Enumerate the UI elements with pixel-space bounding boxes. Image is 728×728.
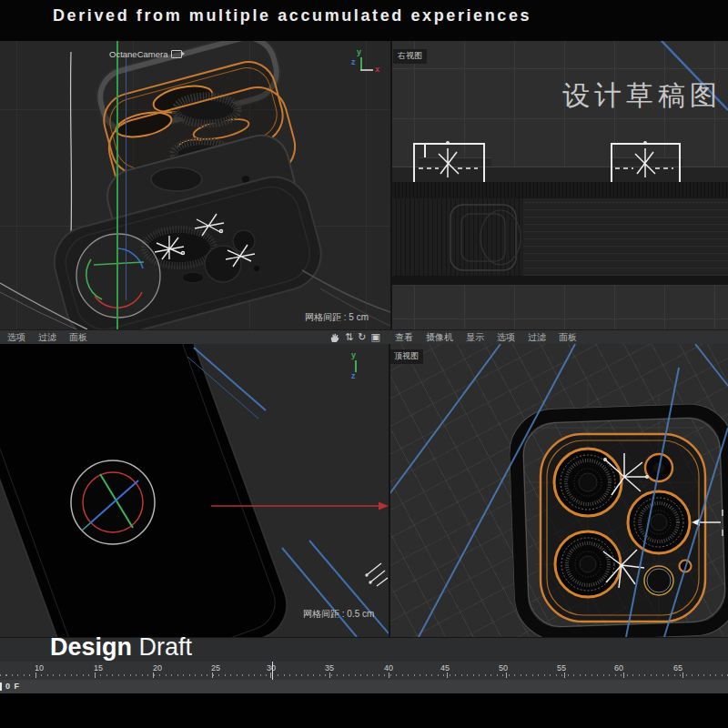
camera-lens[interactable] [555, 531, 621, 597]
viewport-divider[interactable] [389, 344, 390, 637]
grid-spacing-label: 网格间距 : 0.5 cm [303, 608, 374, 621]
menu-item[interactable]: 摄像机 [426, 331, 453, 344]
menu-item[interactable]: 显示 [466, 331, 484, 344]
z-axis-guide-line [126, 55, 126, 300]
right-viewport-menu: 查看 摄像机 显示 选项 过滤 面板 [395, 331, 577, 344]
ruler-tick-label: 15 [89, 663, 107, 672]
menu-item[interactable]: 面板 [69, 331, 87, 344]
menu-item[interactable]: 过滤 [38, 331, 56, 344]
ruler-major-ticks [35, 672, 728, 678]
perspective-scene [0, 41, 390, 329]
camera-module[interactable] [541, 434, 705, 622]
rotation-gizmo[interactable] [76, 234, 160, 318]
ruler-tick-label: 60 [610, 663, 628, 672]
left-viewport-menu: 选项 过滤 面板 [7, 331, 87, 344]
ruler-tick-label: 25 [207, 663, 225, 672]
viewport-nav-icons: ⇅ ↻ ▣ [329, 330, 380, 344]
top-view-scene [389, 344, 728, 637]
x-axis-label: x [375, 65, 379, 74]
orbit-icon[interactable]: ↻ [358, 331, 366, 343]
ruler-tick-label: 45 [436, 663, 454, 672]
design-draft-watermark: Design Draft [50, 633, 192, 662]
timeline-ruler[interactable]: 10 15 20 25 30 35 40 45 50 55 60 65 [0, 662, 728, 680]
view-label[interactable]: 右视图 [393, 49, 427, 64]
sensor-ring [644, 566, 673, 595]
sketch-line [70, 52, 72, 261]
dolly-icon[interactable]: ⇅ [345, 331, 353, 343]
axis-gizmo: y z [344, 353, 382, 386]
page-title: Derived from multiple accumulated experi… [53, 6, 531, 25]
pan-hand-icon[interactable] [329, 332, 340, 343]
ruler-tick-label: 20 [148, 663, 167, 672]
ruler-tick-label: 40 [379, 663, 398, 672]
y-axis-guide-line [116, 41, 118, 329]
ruler-tick-label: 50 [494, 663, 512, 672]
ruler-tick-label: 35 [320, 663, 339, 672]
camera-icon [171, 50, 182, 58]
y-axis-label: y [357, 47, 361, 56]
menu-item[interactable]: 查看 [395, 331, 413, 344]
sketch-title: 设计草稿图 [562, 77, 722, 115]
ruler-tick-label: 30 [262, 663, 280, 672]
viewport-right-view[interactable]: 右视图 设计草稿图 [391, 41, 728, 329]
x-axis-icon [360, 69, 373, 71]
viewport-camera-view[interactable]: y z 网格间距 : 0.5 cm [0, 344, 389, 637]
sketch-spark-annotations [419, 142, 673, 177]
ruler-tick-label: 65 [669, 663, 687, 672]
z-axis-label: z [351, 57, 356, 66]
y-axis-icon [360, 57, 362, 69]
sketch-line [302, 270, 390, 312]
track-frame-label: 0 F [5, 682, 20, 691]
toggle-view-icon[interactable]: ▣ [370, 331, 379, 343]
menu-item[interactable]: 选项 [497, 331, 515, 344]
sketch-blue-line [282, 548, 357, 637]
menu-item[interactable]: 选项 [7, 331, 25, 344]
menu-item[interactable]: 过滤 [528, 331, 546, 344]
axis-band-gizmo[interactable] [71, 460, 155, 544]
y-axis-label: y [351, 350, 356, 359]
track-start-tick [0, 682, 2, 691]
viewport-top-view[interactable]: 顶视图 [389, 344, 728, 637]
view-label[interactable]: 顶视图 [389, 349, 423, 364]
grid-spacing-label: 网格间距 : 5 cm [305, 311, 369, 324]
camera-view-scene [0, 344, 389, 637]
camera-lens[interactable] [628, 491, 690, 553]
menu-item[interactable]: 面板 [559, 331, 577, 344]
camera-lens[interactable] [554, 449, 622, 516]
footer-spacer [0, 693, 728, 728]
ruler-tick-label: 10 [30, 663, 48, 672]
viewport-perspective[interactable]: OctaneCamera y z x 网格间距 : 5 cm [0, 41, 390, 329]
z-axis-label: z [351, 371, 356, 380]
measure-bracket [414, 144, 680, 182]
header-bar: Derived from multiple accumulated experi… [0, 0, 728, 41]
c4d-application-window: Derived from multiple accumulated experi… [0, 0, 728, 728]
camera-label[interactable]: OctaneCamera [109, 49, 182, 59]
sketch-spark-annotations [366, 563, 388, 586]
timeline-track[interactable]: 0 F [0, 680, 728, 693]
viewport-divider[interactable] [390, 41, 392, 329]
axis-gizmo: y z x [344, 50, 382, 83]
timeline-playhead[interactable] [272, 662, 273, 680]
ruler-tick-label: 55 [552, 663, 571, 672]
